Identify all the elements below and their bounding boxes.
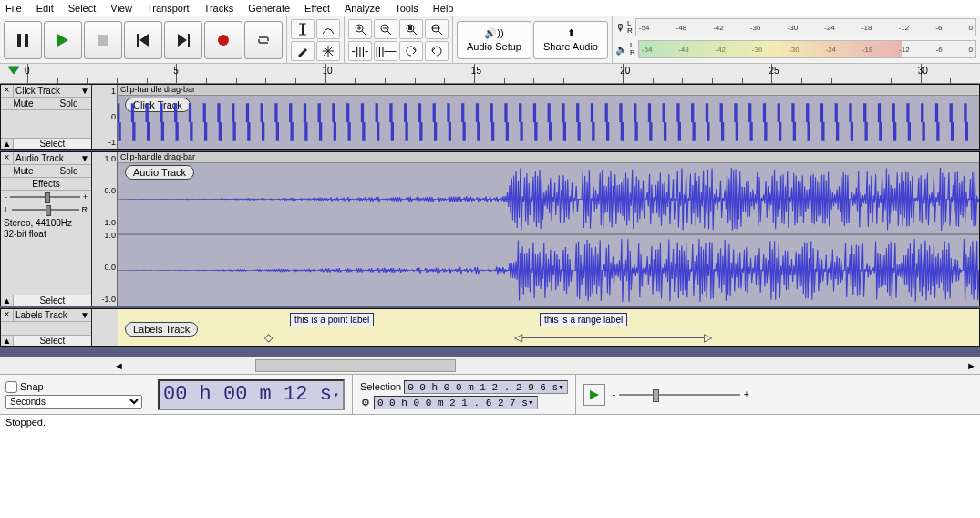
playhead-dropdown[interactable] <box>0 64 27 83</box>
clip-title[interactable]: Labels Track <box>125 322 198 337</box>
play-button[interactable] <box>44 21 82 59</box>
selection-label: Selection <box>360 381 401 392</box>
label-text[interactable]: this is a point label <box>290 313 374 326</box>
clip-area[interactable]: Labels Trackthis is a point label◇this i… <box>118 309 979 346</box>
zoom-in-icon[interactable] <box>348 19 372 39</box>
lr-label: LR <box>627 20 633 35</box>
audio-setup-label: Audio Setup <box>467 41 521 52</box>
envelope-tool-icon[interactable] <box>316 19 340 39</box>
track-select-button[interactable]: Select <box>14 295 91 306</box>
label-point-marker[interactable]: ◇ <box>264 331 273 344</box>
collapse-button[interactable]: ▲ <box>1 295 14 306</box>
stop-button[interactable] <box>84 21 122 59</box>
menu-help[interactable]: Help <box>433 3 454 14</box>
snap-checkbox[interactable]: Snap <box>5 381 142 393</box>
settings-gear-icon[interactable]: ⚙ <box>360 397 371 409</box>
track-menu-dropdown[interactable]: Click Track▼ <box>14 85 91 97</box>
audio-position-display[interactable]: 00 h 00 m 12 s▾ <box>158 379 345 410</box>
main-toolbar: -|||- |||— 🔊)) Audio Setup ⬆︎ Share Audi… <box>0 16 980 64</box>
zoom-out-icon[interactable] <box>374 19 397 39</box>
svg-marker-6 <box>178 34 187 47</box>
mic-icon[interactable]: 🎙 <box>615 22 625 33</box>
track-close-button[interactable]: × <box>1 85 14 97</box>
multi-tool-icon[interactable] <box>316 41 340 61</box>
speaker-icon[interactable]: 🔈 <box>615 44 628 56</box>
loop-button[interactable] <box>244 21 283 59</box>
label-range-start[interactable]: ◁ <box>514 331 522 344</box>
solo-button[interactable]: Solo <box>46 165 91 177</box>
audio-setup-button[interactable]: 🔊)) Audio Setup <box>457 21 531 59</box>
collapse-button[interactable]: ▲ <box>1 336 14 346</box>
track-menu-dropdown[interactable]: Audio Track▼ <box>14 152 91 164</box>
menu-tools[interactable]: Tools <box>395 3 418 14</box>
clip-area[interactable]: Clip-handle drag-barClick Track <box>118 85 979 149</box>
solo-button[interactable]: Solo <box>46 98 91 109</box>
label-range-end[interactable]: ▷ <box>704 331 712 344</box>
selection-start-display[interactable]: 0 0 h 0 0 m 1 2 . 2 9 6 s▾ <box>404 380 568 394</box>
redo-icon[interactable] <box>425 41 449 61</box>
mute-button[interactable]: Mute <box>1 165 46 177</box>
draw-tool-icon[interactable] <box>291 41 315 61</box>
svg-line-21 <box>387 31 391 35</box>
snap-panel: Snap Seconds <box>5 381 142 409</box>
menu-effect[interactable]: Effect <box>304 3 330 14</box>
selection-tool-icon[interactable] <box>291 19 315 39</box>
track-close-button[interactable]: × <box>1 309 14 321</box>
horizontal-scrollbar[interactable]: ◄ ► <box>0 357 980 374</box>
track-close-button[interactable]: × <box>1 152 14 164</box>
mute-button[interactable]: Mute <box>1 98 46 109</box>
menu-generate[interactable]: Generate <box>248 3 290 14</box>
clip-handle-bar[interactable]: Clip-handle drag-bar <box>118 85 979 96</box>
menu-view[interactable]: View <box>110 3 132 14</box>
lr-label: LR <box>630 42 635 57</box>
label-text[interactable]: this is a range label <box>540 313 627 326</box>
svg-rect-1 <box>25 34 28 47</box>
clip-area[interactable]: Clip-handle drag-barAudio Track <box>118 152 979 306</box>
selection-toolbar: Snap Seconds 00 h 00 m 12 s▾ Selection 0… <box>0 374 980 414</box>
track-labels-track: ×Labels Track▼▲SelectLabels Trackthis is… <box>0 308 980 347</box>
meters-area: 🎙 LR -54-48-42-36-30-24-18-12-60 🔈 LR -5… <box>613 16 980 63</box>
skip-start-button[interactable] <box>124 21 162 59</box>
undo-icon[interactable] <box>399 41 423 61</box>
track-click-track: ×Click Track▼MuteSolo▲Select10-1Clip-han… <box>0 84 980 150</box>
fit-selection-icon[interactable] <box>399 19 423 39</box>
menu-select[interactable]: Select <box>68 3 97 14</box>
collapse-button[interactable]: ▲ <box>1 139 14 149</box>
track-select-button[interactable]: Select <box>14 336 91 346</box>
svg-point-20 <box>381 25 388 32</box>
trim-icon[interactable]: -|||- <box>348 41 372 61</box>
timeline-ruler[interactable]: 051015202530 <box>0 64 980 84</box>
share-audio-button[interactable]: ⬆︎ Share Audio <box>533 21 608 59</box>
svg-rect-0 <box>17 34 21 47</box>
silence-icon[interactable]: |||— <box>374 41 397 61</box>
track-info: Stereo, 44100Hz32-bit float <box>1 216 91 242</box>
menu-tracks[interactable]: Tracks <box>204 3 234 14</box>
record-button[interactable] <box>204 21 242 59</box>
snap-unit-select[interactable]: Seconds <box>5 395 142 409</box>
tracks-area: ×Click Track▼MuteSolo▲Select10-1Clip-han… <box>0 84 980 357</box>
svg-rect-4 <box>137 34 139 47</box>
skip-end-button[interactable] <box>164 21 202 59</box>
selection-end-display[interactable]: 0 0 h 0 0 m 2 1 . 6 2 7 s▾ <box>374 396 538 409</box>
gain-slider[interactable]: -+ <box>1 191 91 203</box>
fit-project-icon[interactable] <box>425 19 449 39</box>
svg-line-17 <box>362 31 366 35</box>
track-select-button[interactable]: Select <box>14 139 91 149</box>
share-audio-label: Share Audio <box>543 41 598 52</box>
record-meter[interactable]: -54-48-42-36-30-24-18-12-60 <box>635 18 976 36</box>
effects-button[interactable]: Effects <box>1 178 91 190</box>
svg-rect-7 <box>188 34 190 47</box>
upload-icon: ⬆︎ <box>567 27 575 39</box>
menu-file[interactable]: File <box>5 3 22 14</box>
play-at-speed-button[interactable] <box>583 384 605 406</box>
menu-transport[interactable]: Transport <box>147 3 190 14</box>
clip-handle-bar[interactable]: Clip-handle drag-bar <box>118 152 979 163</box>
track-menu-dropdown[interactable]: Labels Track▼ <box>14 309 91 321</box>
pause-button[interactable] <box>4 21 42 59</box>
playback-speed-slider[interactable]: -+ <box>613 389 749 399</box>
menu-edit[interactable]: Edit <box>36 3 54 14</box>
playback-meter[interactable]: -54-48-42-36-30-24-18-12-60 <box>638 40 976 58</box>
svg-marker-29 <box>8 67 19 74</box>
pan-slider[interactable]: LR <box>1 203 91 216</box>
menu-analyze[interactable]: Analyze <box>345 3 380 14</box>
